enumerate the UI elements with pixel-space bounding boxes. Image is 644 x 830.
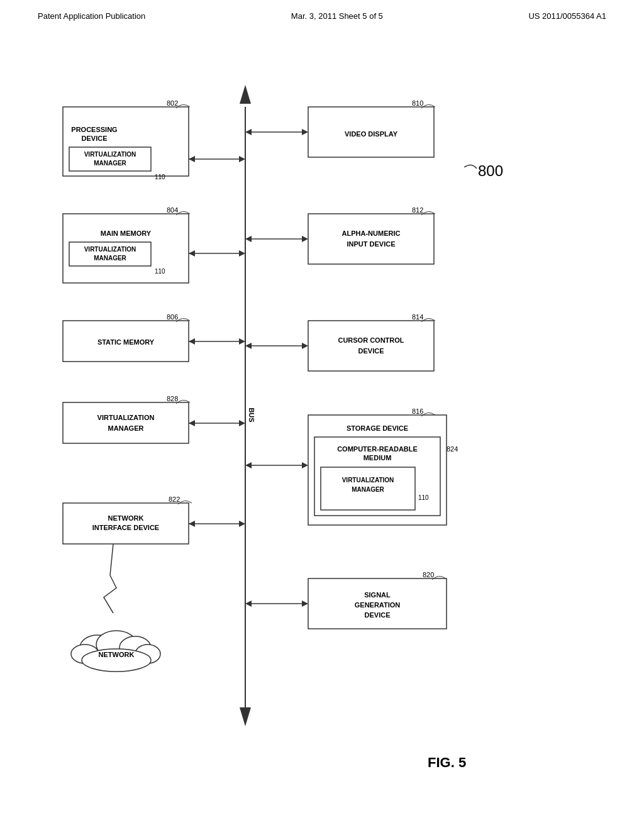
svg-marker-50 bbox=[245, 462, 252, 468]
svg-text:DEVICE: DEVICE bbox=[82, 135, 108, 142]
svg-marker-57 bbox=[302, 600, 308, 607]
svg-text:MANAGER: MANAGER bbox=[94, 160, 126, 167]
ref-814: 814 bbox=[412, 313, 423, 321]
ref-822: 822 bbox=[169, 495, 180, 503]
svg-marker-23 bbox=[189, 420, 195, 426]
svg-marker-17 bbox=[239, 338, 245, 345]
svg-marker-13 bbox=[239, 250, 245, 257]
figure-label: FIG. 5 bbox=[428, 755, 466, 770]
svg-marker-38 bbox=[302, 236, 308, 242]
ref-816: 816 bbox=[412, 407, 423, 415]
svg-marker-14 bbox=[189, 250, 195, 257]
svg-marker-18 bbox=[189, 338, 195, 345]
ref-824: 824 bbox=[447, 445, 458, 453]
svg-marker-8 bbox=[189, 156, 195, 162]
svg-text:ALPHA-NUMERIC: ALPHA-NUMERIC bbox=[342, 230, 401, 237]
svg-text:NETWORK: NETWORK bbox=[108, 514, 144, 522]
svg-marker-22 bbox=[239, 420, 245, 426]
ref-812: 812 bbox=[412, 206, 423, 214]
svg-text:COMPUTER-READABLE: COMPUTER-READABLE bbox=[337, 445, 418, 453]
svg-text:INPUT DEVICE: INPUT DEVICE bbox=[347, 240, 395, 248]
svg-text:VIRTUALIZATION: VIRTUALIZATION bbox=[84, 151, 136, 158]
svg-text:MAIN MEMORY: MAIN MEMORY bbox=[101, 230, 152, 237]
svg-text:VIRTUALIZATION: VIRTUALIZATION bbox=[84, 246, 136, 253]
ref-800-label: 800 bbox=[478, 162, 503, 179]
svg-text:STATIC MEMORY: STATIC MEMORY bbox=[97, 338, 155, 346]
svg-text:CURSOR CONTROL: CURSOR CONTROL bbox=[338, 336, 404, 344]
svg-marker-7 bbox=[239, 156, 245, 162]
svg-line-29 bbox=[110, 544, 113, 575]
ref-110c: 110 bbox=[418, 494, 429, 501]
svg-text:MANAGER: MANAGER bbox=[108, 424, 144, 432]
network-label: NETWORK bbox=[99, 651, 135, 658]
svg-marker-32 bbox=[245, 129, 252, 135]
svg-text:DEVICE: DEVICE bbox=[358, 347, 384, 355]
ref-810: 810 bbox=[412, 99, 423, 107]
svg-marker-37 bbox=[245, 236, 252, 242]
svg-text:DEVICE: DEVICE bbox=[365, 611, 391, 619]
svg-text:SIGNAL: SIGNAL bbox=[364, 591, 391, 599]
ref-828: 828 bbox=[167, 395, 178, 402]
svg-text:VIRTUALIZATION: VIRTUALIZATION bbox=[342, 477, 394, 484]
svg-marker-1 bbox=[240, 85, 251, 104]
svg-text:INTERFACE DEVICE: INTERFACE DEVICE bbox=[92, 524, 159, 531]
cursor-control-box bbox=[308, 321, 434, 371]
svg-text:VIRTUALIZATION: VIRTUALIZATION bbox=[97, 414, 155, 421]
svg-text:MANAGER: MANAGER bbox=[352, 486, 384, 493]
svg-marker-43 bbox=[302, 343, 308, 349]
svg-text:VIDEO DISPLAY: VIDEO DISPLAY bbox=[345, 130, 398, 138]
svg-text:MANAGER: MANAGER bbox=[94, 255, 126, 262]
svg-marker-27 bbox=[239, 521, 245, 527]
svg-marker-42 bbox=[245, 343, 252, 349]
virtualization-manager-box bbox=[63, 402, 189, 443]
svg-marker-51 bbox=[302, 462, 308, 468]
svg-text:GENERATION: GENERATION bbox=[355, 601, 401, 609]
bus-label: BUS bbox=[248, 407, 255, 422]
alpha-numeric-box bbox=[308, 214, 434, 264]
svg-marker-2 bbox=[240, 707, 251, 726]
svg-marker-28 bbox=[189, 521, 195, 527]
ref-110a: 110 bbox=[155, 174, 165, 180]
svg-marker-56 bbox=[245, 600, 252, 607]
ref-820: 820 bbox=[423, 571, 434, 578]
ref-802: 802 bbox=[167, 99, 178, 107]
ref-804: 804 bbox=[167, 206, 178, 214]
processing-device-label: PROCESSING bbox=[71, 126, 117, 133]
ref-110b: 110 bbox=[155, 268, 165, 275]
ref-806: 806 bbox=[167, 313, 178, 321]
svg-text:STORAGE DEVICE: STORAGE DEVICE bbox=[347, 424, 408, 432]
svg-text:MEDIUM: MEDIUM bbox=[364, 454, 392, 462]
svg-marker-33 bbox=[302, 129, 308, 135]
